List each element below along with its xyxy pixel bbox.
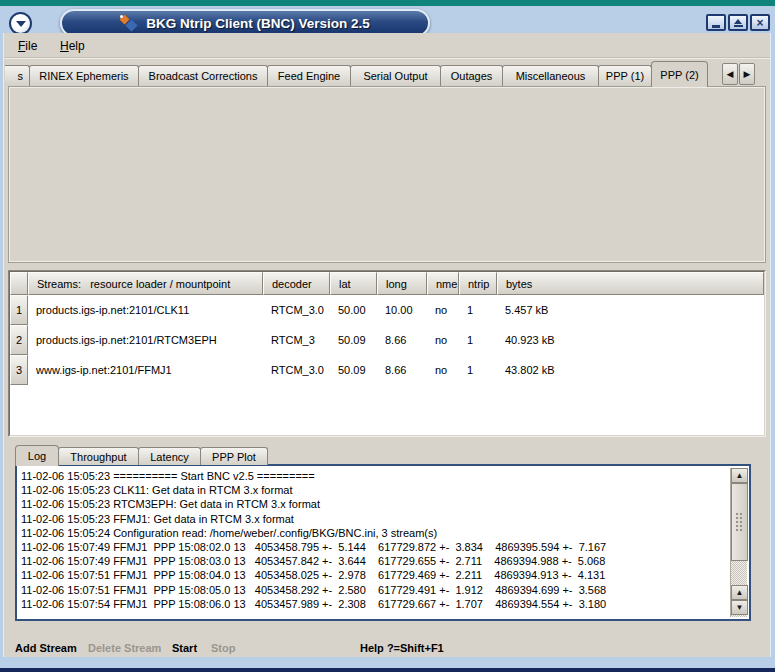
cell-long[interactable]: 8.66 xyxy=(377,355,427,385)
log-output[interactable]: 11-02-06 15:05:23 ========== Start BNC v… xyxy=(15,464,751,621)
tab-rinex-ephemeris[interactable]: RINEX Ephemeris xyxy=(29,65,139,86)
tab-feed-engine[interactable]: Feed Engine xyxy=(267,65,351,86)
tab-outages[interactable]: Outages xyxy=(440,65,503,86)
tab-latency[interactable]: Latency xyxy=(138,447,201,465)
arrow-up-icon: ▲ xyxy=(736,471,744,480)
tab-ppp-plot[interactable]: PPP Plot xyxy=(200,447,268,465)
chevron-down-icon xyxy=(16,21,26,27)
tab-serial-output[interactable]: Serial Output xyxy=(350,65,441,86)
main-tabbar: s RINEX Ephemeris Broadcast Corrections … xyxy=(5,60,708,86)
tab-broadcast-corrections[interactable]: Broadcast Corrections xyxy=(138,65,268,86)
window-frame-bottom-edge xyxy=(0,668,775,672)
col-header-decoder[interactable]: decoder xyxy=(263,272,330,295)
minimize-button[interactable] xyxy=(706,14,726,31)
col-header-nmea[interactable]: nmea xyxy=(427,272,459,295)
log-line: 11-02-06 15:07:54 FFMJ1 PPP 15:08:06.0 1… xyxy=(21,597,728,611)
window-menu-button[interactable] xyxy=(9,12,32,35)
log-line: 11-02-06 15:07:49 FFMJ1 PPP 15:08:03.0 1… xyxy=(21,554,728,568)
row-number[interactable]: 2 xyxy=(10,325,28,355)
table-row[interactable]: 1 products.igs-ip.net:2101/CLK11 RTCM_3.… xyxy=(10,295,764,325)
stop-button[interactable]: Stop xyxy=(211,642,235,654)
col-header-long[interactable]: long xyxy=(377,272,427,295)
arrow-up-icon: ▲ xyxy=(736,588,744,597)
cell-bytes[interactable]: 5.457 kB xyxy=(497,295,764,325)
cell-ntrip[interactable]: 1 xyxy=(459,325,497,355)
log-tabbar: Log Throughput Latency PPP Plot xyxy=(15,444,268,465)
start-button[interactable]: Start xyxy=(172,642,197,654)
cell-bytes[interactable]: 40.923 kB xyxy=(497,325,764,355)
col-header-mountpoint[interactable]: Streams: resource loader / mountpoint xyxy=(28,272,263,295)
row-number[interactable]: 1 xyxy=(10,295,28,325)
scroll-up-button[interactable]: ▲ xyxy=(731,468,748,483)
bnc-app-icon xyxy=(120,15,138,31)
cell-long[interactable]: 10.00 xyxy=(377,295,427,325)
ppp2-pane xyxy=(8,86,766,263)
row-number[interactable]: 3 xyxy=(10,355,28,385)
menu-help[interactable]: Help xyxy=(60,39,85,53)
close-button[interactable]: × xyxy=(750,14,770,31)
cell-ntrip[interactable]: 1 xyxy=(459,295,497,325)
maximize-button[interactable] xyxy=(728,14,748,31)
titlebar[interactable]: BKG Ntrip Client (BNC) Version 2.5 × xyxy=(0,6,775,33)
add-stream-button[interactable]: Add Stream xyxy=(15,642,77,654)
col-header-ntrip[interactable]: ntrip xyxy=(459,272,497,295)
tab-scroll-left-button[interactable]: ◀ xyxy=(722,63,738,85)
log-line: 11-02-06 15:05:23 ========== Start BNC v… xyxy=(21,469,728,483)
scrollbar-thumb[interactable] xyxy=(731,483,748,561)
tab-ppp-1[interactable]: PPP (1) xyxy=(598,65,652,86)
cell-decoder[interactable]: RTCM_3 xyxy=(263,325,330,355)
cell-bytes[interactable]: 43.802 kB xyxy=(497,355,764,385)
cell-mountpoint[interactable]: products.igs-ip.net:2101/CLK11 xyxy=(28,295,263,325)
tab-scroll-right-button[interactable]: ▶ xyxy=(739,63,755,85)
cell-long[interactable]: 8.66 xyxy=(377,325,427,355)
cell-ntrip[interactable]: 1 xyxy=(459,355,497,385)
arrow-left-icon: ◀ xyxy=(727,69,734,79)
scroll-up-button-2[interactable]: ▲ xyxy=(731,585,748,600)
cell-decoder[interactable]: RTCM_3.0 xyxy=(263,355,330,385)
streams-header-row: Streams: resource loader / mountpoint de… xyxy=(10,272,764,295)
menu-file[interactable]: File xyxy=(18,39,37,53)
cell-mountpoint[interactable]: www.igs-ip.net:2101/FFMJ1 xyxy=(28,355,263,385)
help-shortcut-label: Help ?=Shift+F1 xyxy=(360,642,444,654)
window-frame-bottom xyxy=(0,657,775,668)
streams-corner-header xyxy=(10,272,28,295)
window-frame-right xyxy=(770,33,775,657)
arrow-right-icon: ▶ xyxy=(744,69,751,79)
log-line: 11-02-06 15:05:23 FFMJ1: Get data in RTC… xyxy=(21,512,728,526)
cell-nmea[interactable]: no xyxy=(427,325,459,355)
close-icon: × xyxy=(756,17,763,29)
window-frame-left xyxy=(0,33,4,657)
tab-miscellaneous[interactable]: Miscellaneous xyxy=(502,65,599,86)
cell-lat[interactable]: 50.09 xyxy=(330,325,377,355)
log-line: 11-02-06 15:07:51 FFMJ1 PPP 15:08:04.0 1… xyxy=(21,568,728,582)
cell-nmea[interactable]: no xyxy=(427,355,459,385)
table-row[interactable]: 3 www.igs-ip.net:2101/FFMJ1 RTCM_3.0 50.… xyxy=(10,355,764,385)
col-header-lat[interactable]: lat xyxy=(330,272,377,295)
cell-mountpoint[interactable]: products.igs-ip.net:2101/RTCM3EPH xyxy=(28,325,263,355)
log-line: 11-02-06 15:05:23 RTCM3EPH: Get data in … xyxy=(21,497,728,511)
grip-dots-icon xyxy=(735,512,744,532)
minimize-icon xyxy=(712,25,720,28)
tab-clipped[interactable]: s xyxy=(5,65,30,86)
log-line: 11-02-06 15:05:24 Configuration read: /h… xyxy=(21,526,728,540)
maximize-icon xyxy=(734,19,743,27)
cell-decoder[interactable]: RTCM_3.0 xyxy=(263,295,330,325)
tab-ppp-2[interactable]: PPP (2) xyxy=(651,61,708,87)
cell-lat[interactable]: 50.09 xyxy=(330,355,377,385)
window-title: BKG Ntrip Client (BNC) Version 2.5 xyxy=(146,16,370,31)
table-row[interactable]: 2 products.igs-ip.net:2101/RTCM3EPH RTCM… xyxy=(10,325,764,355)
log-line: 11-02-06 15:07:51 FFMJ1 PPP 15:08:05.0 1… xyxy=(21,583,728,597)
log-line: 11-02-06 15:07:49 FFMJ1 PPP 15:08:02.0 1… xyxy=(21,540,728,554)
cell-lat[interactable]: 50.00 xyxy=(330,295,377,325)
tab-throughput[interactable]: Throughput xyxy=(58,447,139,465)
streams-panel: Streams: resource loader / mountpoint de… xyxy=(8,270,766,437)
delete-stream-button[interactable]: Delete Stream xyxy=(88,642,161,654)
tab-log[interactable]: Log xyxy=(15,445,59,466)
log-text: 11-02-06 15:05:23 ========== Start BNC v… xyxy=(21,469,728,617)
streams-table: Streams: resource loader / mountpoint de… xyxy=(10,272,764,385)
scroll-down-button[interactable]: ▼ xyxy=(731,600,748,615)
cell-nmea[interactable]: no xyxy=(427,295,459,325)
col-header-bytes[interactable]: bytes xyxy=(497,272,764,295)
log-line: 11-02-06 15:05:23 CLK11: Get data in RTC… xyxy=(21,483,728,497)
log-scrollbar[interactable]: ▲ ▲ ▼ xyxy=(730,468,747,617)
